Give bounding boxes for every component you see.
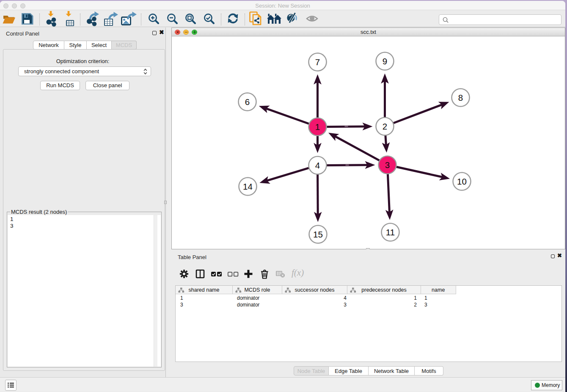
svg-text:7: 7 [315,57,320,67]
svg-text:2: 2 [383,121,387,131]
svg-text:11: 11 [386,227,395,237]
svg-text:1: 1 [315,122,320,132]
svg-text:10: 10 [457,177,467,186]
svg-text:6: 6 [245,97,250,107]
svg-text:15: 15 [313,229,323,239]
svg-text:9: 9 [383,56,387,66]
svg-text:14: 14 [243,182,253,191]
svg-text:4: 4 [315,160,320,170]
svg-text:8: 8 [458,93,463,102]
svg-text:3: 3 [385,160,390,170]
